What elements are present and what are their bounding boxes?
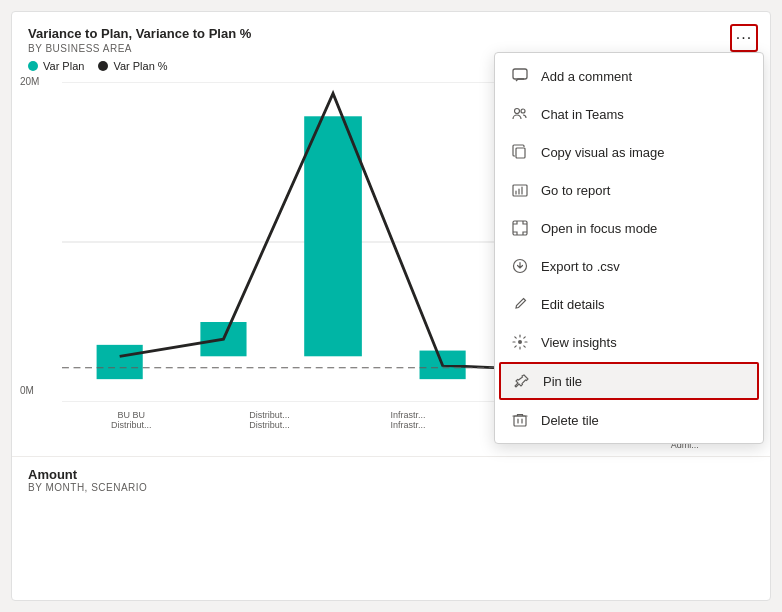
x-label-1: Distribut... Distribut...: [230, 410, 310, 450]
legend-dot-var-plan: [28, 61, 38, 71]
bottom-section: Amount BY MONTH, SCENARIO: [12, 456, 770, 499]
bar-bubu: [97, 345, 143, 379]
menu-item-focus-mode[interactable]: Open in focus mode: [495, 209, 763, 247]
focus-mode-icon: [511, 219, 529, 237]
menu-item-chat-in-teams[interactable]: Chat in Teams: [495, 95, 763, 133]
svg-rect-7: [513, 185, 527, 196]
dashboard-card: Variance to Plan, Variance to Plan % BY …: [11, 11, 771, 601]
menu-item-export-csv[interactable]: Export to .csv: [495, 247, 763, 285]
view-insights-label: View insights: [541, 335, 617, 350]
pin-tile-label: Pin tile: [543, 374, 582, 389]
svg-point-10: [518, 340, 522, 344]
bottom-title: Amount: [28, 467, 754, 482]
chat-in-teams-label: Chat in Teams: [541, 107, 624, 122]
card-title: Variance to Plan, Variance to Plan %: [28, 26, 754, 41]
menu-item-copy-visual[interactable]: Copy visual as image: [495, 133, 763, 171]
pin-tile-icon: [513, 372, 531, 390]
edit-details-icon: [511, 295, 529, 313]
x-label-0: BU BU Distribut...: [91, 410, 171, 450]
copy-visual-label: Copy visual as image: [541, 145, 665, 160]
go-to-report-label: Go to report: [541, 183, 610, 198]
y-label-0m: 0M: [20, 385, 39, 396]
legend-label-var-plan-pct: Var Plan %: [113, 60, 167, 72]
menu-item-view-insights[interactable]: View insights: [495, 323, 763, 361]
x-label-2: Infrastr... Infrastr...: [368, 410, 448, 450]
menu-item-delete-tile[interactable]: Delete tile: [495, 401, 763, 439]
svg-rect-6: [516, 148, 525, 158]
menu-item-pin-tile[interactable]: Pin tile: [499, 362, 759, 400]
add-comment-icon: [511, 67, 529, 85]
legend-item-var-plan-pct: Var Plan %: [98, 60, 167, 72]
copy-icon: [511, 143, 529, 161]
focus-mode-label: Open in focus mode: [541, 221, 657, 236]
menu-item-add-comment[interactable]: Add a comment: [495, 57, 763, 95]
menu-item-edit-details[interactable]: Edit details: [495, 285, 763, 323]
svg-rect-11: [514, 416, 526, 426]
add-comment-label: Add a comment: [541, 69, 632, 84]
more-button[interactable]: ···: [730, 24, 758, 52]
edit-details-label: Edit details: [541, 297, 605, 312]
svg-point-5: [521, 109, 525, 113]
legend-label-var-plan: Var Plan: [43, 60, 84, 72]
svg-rect-3: [513, 69, 527, 79]
legend-item-var-plan: Var Plan: [28, 60, 84, 72]
view-insights-icon: [511, 333, 529, 351]
menu-item-go-to-report[interactable]: Go to report: [495, 171, 763, 209]
bottom-subtitle: BY MONTH, SCENARIO: [28, 482, 754, 493]
delete-tile-label: Delete tile: [541, 413, 599, 428]
teams-icon: [511, 105, 529, 123]
delete-tile-icon: [511, 411, 529, 429]
svg-point-4: [515, 109, 520, 114]
export-csv-label: Export to .csv: [541, 259, 620, 274]
report-icon: [511, 181, 529, 199]
y-axis-labels: 20M 0M: [20, 76, 39, 396]
bar-infra: [304, 116, 362, 356]
y-label-20m: 20M: [20, 76, 39, 87]
dropdown-menu: Add a comment Chat in Teams Copy visual …: [494, 52, 764, 444]
svg-rect-8: [513, 221, 527, 235]
legend-dot-var-plan-pct: [98, 61, 108, 71]
export-csv-icon: [511, 257, 529, 275]
